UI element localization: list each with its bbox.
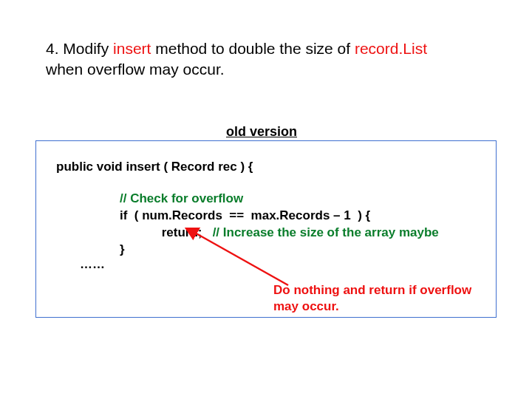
heading-mid: method to double the size of xyxy=(151,40,355,57)
heading-insert: insert xyxy=(113,40,151,57)
code-return-comment: // Increase the size of the array maybe xyxy=(202,225,438,239)
heading-recordlist: record.List xyxy=(355,40,427,57)
code-if-line: if ( num.Records == max.Records – 1 ) { xyxy=(120,208,370,222)
heading-suffix: when overflow may occur. xyxy=(46,61,225,78)
annotation-text: Do nothing and return if overflow may oc… xyxy=(273,282,480,315)
code-signature: public void insert ( Record rec ) { xyxy=(56,160,253,174)
code-comment-overflow: // Check for overflow xyxy=(120,191,243,205)
code-return: return; xyxy=(162,225,202,239)
slide-heading: 4. Modify insert method to double the si… xyxy=(46,38,489,81)
code-ellipsis: …… xyxy=(80,257,105,272)
version-label: old version xyxy=(226,124,297,140)
code-block: // Check for overflow if ( num.Records =… xyxy=(120,191,439,259)
code-close-brace: } xyxy=(120,242,125,256)
heading-prefix: 4. Modify xyxy=(46,40,113,57)
